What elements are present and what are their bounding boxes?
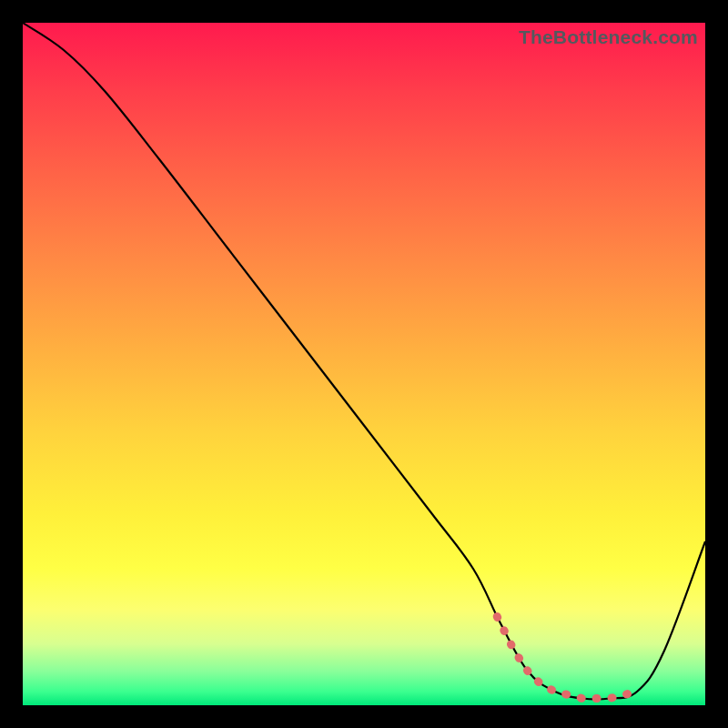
chart-plot bbox=[23, 23, 705, 705]
chart-area: TheBottleneck.com bbox=[23, 23, 705, 705]
curve-line bbox=[23, 23, 705, 700]
valley-markers bbox=[497, 617, 637, 699]
